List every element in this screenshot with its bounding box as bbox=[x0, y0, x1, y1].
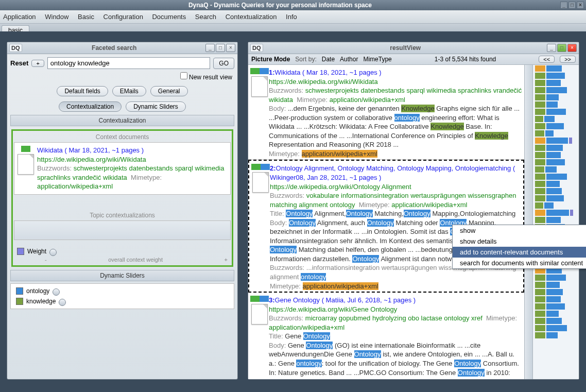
topic-context-hdr: Topic contextualizations bbox=[14, 210, 231, 220]
scrollbar[interactable] bbox=[524, 65, 532, 379]
document-icon bbox=[251, 76, 268, 97]
result-item[interactable]: 3:Gene Ontology ( Matiia, Jul 6, 2018, ~… bbox=[248, 293, 524, 379]
menu-info[interactable]: Info bbox=[286, 13, 297, 21]
context-menu: show show details add to content-relevan… bbox=[452, 225, 586, 269]
close-icon[interactable]: × bbox=[577, 2, 584, 9]
general-button[interactable]: General bbox=[150, 86, 188, 96]
result-url: https://de.wikipedia.org/wiki/Ontology A… bbox=[270, 183, 411, 191]
next-button[interactable]: >> bbox=[560, 56, 576, 63]
menu-basic[interactable]: Basic bbox=[78, 13, 94, 21]
weight-color-icon bbox=[17, 248, 24, 255]
menu-contextualization[interactable]: Contextualization bbox=[226, 13, 277, 21]
hits-label: 1-3 of 5,534 hits found bbox=[397, 56, 533, 63]
ctx-add-relevant[interactable]: add to content-relevant documents bbox=[453, 247, 586, 258]
close-result-button[interactable]: × bbox=[567, 44, 577, 52]
maximize-icon[interactable]: □ bbox=[568, 2, 576, 9]
menu-search[interactable]: Search bbox=[195, 13, 216, 21]
picture-mode[interactable]: Picture Mode bbox=[251, 56, 290, 63]
pane-title-faceted: Faceted search bbox=[24, 44, 205, 52]
result-url: https://de.wikipedia.org/wiki/Gene Ontol… bbox=[269, 305, 397, 313]
sort-mimetype[interactable]: MimeType bbox=[363, 56, 391, 63]
document-icon bbox=[18, 154, 34, 175]
contextualization-button[interactable]: Contextualization bbox=[59, 101, 122, 112]
dq-logo-icon: DQ bbox=[9, 44, 22, 52]
new-result-view-checkbox[interactable] bbox=[180, 72, 187, 79]
ctx-search-similar[interactable]: search for documents with similar conten… bbox=[453, 258, 586, 268]
window-title: DynaQ - Dynamic Queries for your persona… bbox=[0, 2, 560, 9]
minimize-pane-button[interactable]: _ bbox=[205, 44, 215, 52]
dq-logo-icon-2: DQ bbox=[250, 44, 263, 52]
main-titlebar: DynaQ - Dynamic Queries for your persona… bbox=[0, 0, 586, 10]
reset-label[interactable]: Reset bbox=[10, 59, 28, 67]
topic-context-area bbox=[14, 220, 231, 240]
document-icon bbox=[252, 172, 269, 193]
context-doc-mime: application/wikipedia+xml bbox=[37, 182, 113, 190]
menu-window[interactable]: Window bbox=[45, 13, 68, 21]
sort-author[interactable]: Author bbox=[340, 56, 358, 63]
context-greenbox: Context documents Wikidata ( Mar 18, 202… bbox=[11, 129, 233, 267]
document-icon bbox=[251, 304, 268, 325]
minimize-result-button[interactable]: _ bbox=[547, 44, 556, 52]
context-doc-title[interactable]: Wikidata bbox=[37, 146, 63, 154]
buzz-label: Buzzwords: bbox=[37, 164, 72, 172]
result-view-pane: DQ resultView _ □ × Picture Mode Sort by… bbox=[248, 42, 579, 380]
result-item[interactable]: 1:Wikidata ( Mar 18, 2021, ~1 pages ) ht… bbox=[248, 65, 524, 160]
close-pane-button[interactable]: × bbox=[226, 44, 235, 52]
default-fields-button[interactable]: Default fields bbox=[57, 86, 108, 96]
maximize-result-button[interactable]: □ bbox=[557, 44, 566, 52]
relevance-bar-icon bbox=[21, 146, 30, 152]
mime-label: Mimetype: bbox=[131, 174, 162, 181]
section-contextualization: Contextualization bbox=[10, 115, 234, 126]
menu-configuration[interactable]: Configuration bbox=[104, 13, 143, 21]
context-doc-url: https://de.wikipedia.org/wiki/Wikidata bbox=[37, 156, 146, 163]
pane-title-result: resultView bbox=[265, 44, 546, 52]
context-doc-item[interactable]: Wikidata ( Mar 18, 2021, ~1 pages ) http… bbox=[14, 142, 231, 195]
section-dynamic-sliders: Dynamic Sliders bbox=[10, 270, 234, 281]
overall-weight-label: overall context weight bbox=[47, 257, 225, 263]
result-title-link[interactable]: Ontology Alignment, Ontology Matching, O… bbox=[276, 164, 511, 172]
maximize-pane-button[interactable]: □ bbox=[216, 44, 225, 52]
results-list: 1:Wikidata ( Mar 18, 2021, ~1 pages ) ht… bbox=[248, 65, 524, 379]
slider-knowledge-label: knowledge bbox=[26, 298, 56, 305]
result-url: https://de.wikipedia.org/wiki/Wikidata bbox=[269, 78, 378, 86]
menu-application[interactable]: Application bbox=[3, 13, 36, 21]
sort-date[interactable]: Date bbox=[322, 56, 335, 63]
context-documents-hdr: Context documents bbox=[14, 132, 231, 142]
ctx-show-details[interactable]: show details bbox=[453, 236, 586, 247]
menubar: Application Window Basic Configuration D… bbox=[0, 10, 586, 24]
result-title-link[interactable]: Wikidata bbox=[275, 69, 301, 76]
prev-button[interactable]: << bbox=[539, 56, 555, 63]
minimize-icon[interactable]: _ bbox=[560, 2, 567, 9]
ontology-color-icon bbox=[16, 287, 23, 295]
dynamic-sliders-button[interactable]: Dynamic Sliders bbox=[126, 101, 186, 112]
result-title-link[interactable]: Gene Ontology bbox=[275, 296, 320, 304]
faceted-search-pane: DQ Faceted search _ □ × Reset + GO New r… bbox=[7, 42, 238, 380]
sortby-label: Sort by: bbox=[295, 56, 316, 63]
overview-visualization bbox=[532, 65, 579, 379]
slider-ontology-label: ontology bbox=[26, 287, 49, 295]
plus-label: + bbox=[225, 257, 228, 263]
new-result-view-label: New result view bbox=[189, 74, 232, 81]
emails-button[interactable]: EMails bbox=[112, 86, 146, 96]
weight-label: Weight bbox=[27, 248, 46, 255]
knowledge-color-icon bbox=[16, 298, 23, 305]
go-button[interactable]: GO bbox=[213, 58, 234, 69]
ctx-show[interactable]: show bbox=[453, 225, 586, 236]
add-query-button[interactable]: + bbox=[31, 60, 44, 67]
menu-documents[interactable]: Documents bbox=[152, 13, 186, 21]
search-input[interactable] bbox=[47, 57, 210, 69]
context-doc-date: ( Mar 18, 2021, ~1 pages ) bbox=[64, 146, 144, 154]
